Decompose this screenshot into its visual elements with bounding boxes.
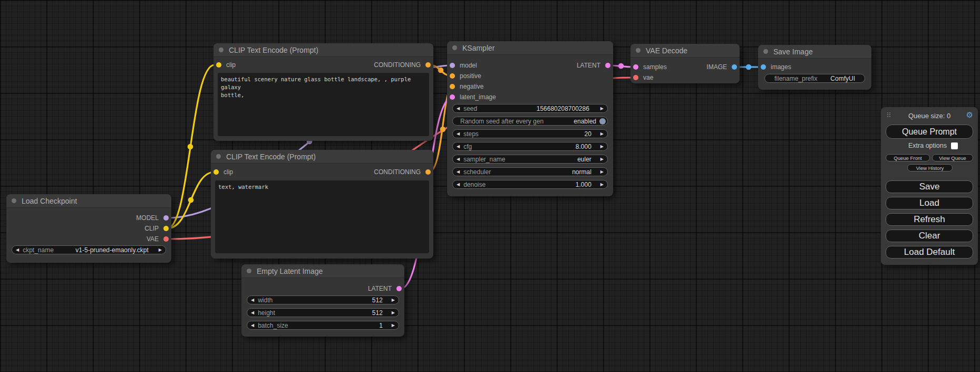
clip-slot-dot[interactable] [216,62,221,68]
batch-size-widget[interactable]: ◀ batch_size 1 ▶ [247,321,399,330]
decrement-arrow-icon[interactable]: ◀ [453,144,463,149]
extra-options-checkbox[interactable] [951,142,958,149]
conditioning-slot-dot[interactable] [425,169,431,175]
node-clip-negative-titlebar[interactable]: CLIP Text Encode (Prompt) [211,150,433,164]
latent-slot-dot[interactable] [450,94,455,100]
widget-value[interactable]: 512 [372,309,383,317]
denoise-widget[interactable]: ◀ denoise 1.000 ▶ [452,180,608,189]
clip-slot-dot[interactable] [214,169,219,175]
collapse-dot-icon[interactable] [636,48,641,53]
increment-arrow-icon[interactable]: ▶ [597,157,607,161]
output-slot-latent[interactable]: LATENT [577,62,610,69]
input-slot-negative[interactable]: negative [450,83,483,90]
load-button[interactable]: Load [886,197,973,209]
steps-widget[interactable]: ◀ steps 20 ▶ [452,129,608,138]
collapse-dot-icon[interactable] [216,154,221,159]
output-slot-model[interactable]: MODEL [136,214,169,222]
decrement-arrow-icon[interactable]: ◀ [247,310,258,315]
increment-arrow-icon[interactable]: ▶ [388,310,399,315]
seed-widget[interactable]: ◀ seed 156680208700286 ▶ [452,104,608,113]
decrement-arrow-icon[interactable]: ◀ [453,131,463,136]
decrement-arrow-icon[interactable]: ◀ [247,323,258,328]
cfg-widget[interactable]: ◀ cfg 8.000 ▶ [452,142,608,151]
latent-slot-dot[interactable] [633,64,638,70]
positive-prompt-textarea[interactable]: beautiful scenery nature glass bottle la… [218,73,429,136]
widget-value[interactable]: 156680208700286 [537,105,589,112]
node-clip-positive-titlebar[interactable]: CLIP Text Encode (Prompt) [214,43,433,57]
collapse-dot-icon[interactable] [452,45,457,50]
drag-handle-icon[interactable]: ⠿ [886,111,890,119]
height-widget[interactable]: ◀ height 512 ▶ [247,308,399,317]
random-seed-toggle[interactable] [599,118,606,125]
increment-arrow-icon[interactable]: ▶ [597,131,607,136]
widget-value[interactable]: v1-5-pruned-emaonly.ckpt [75,246,149,254]
node-save-image-titlebar[interactable]: Save Image [758,45,871,59]
collapse-dot-icon[interactable] [247,269,251,273]
node-empty-latent-titlebar[interactable]: Empty Latent Image [241,264,404,278]
increment-arrow-icon[interactable]: ▶ [155,247,166,252]
increment-arrow-icon[interactable]: ▶ [388,323,399,328]
input-slot-model[interactable]: model [450,62,477,69]
decrement-arrow-icon[interactable]: ◀ [247,298,258,302]
output-slot-clip[interactable]: CLIP [144,225,169,232]
model-slot-dot[interactable] [450,63,455,68]
sampler-name-widget[interactable]: ◀ sampler_name euler ▶ [452,155,608,164]
widget-value[interactable]: 8.000 [576,143,591,150]
widget-value[interactable]: ComfyUI [830,75,855,82]
input-slot-samples[interactable]: samples [633,63,667,71]
widget-value[interactable]: 512 [372,297,383,304]
widget-value[interactable]: 1.000 [576,181,591,188]
widget-value[interactable]: 20 [584,130,591,138]
latent-slot-dot[interactable] [605,63,610,68]
increment-arrow-icon[interactable]: ▶ [597,144,607,149]
save-button[interactable]: Save [886,180,973,193]
widget-value[interactable]: 1 [379,322,383,329]
image-slot-dot[interactable] [761,64,766,70]
input-slot-clip[interactable]: clip [214,168,233,176]
conditioning-slot-dot[interactable] [450,73,455,79]
decrement-arrow-icon[interactable]: ◀ [12,247,23,252]
decrement-arrow-icon[interactable]: ◀ [453,169,463,174]
clip-slot-dot[interactable] [163,226,169,231]
conditioning-slot-dot[interactable] [425,62,431,68]
output-slot-conditioning[interactable]: CONDITIONING [374,168,431,176]
node-vae-decode-titlebar[interactable]: VAE Decode [630,44,740,58]
scheduler-widget[interactable]: ◀ scheduler normal ▶ [452,167,608,176]
increment-arrow-icon[interactable]: ▶ [597,182,607,187]
view-queue-button[interactable]: View Queue [932,154,973,161]
random-seed-widget[interactable]: Random seed after every gen enabled [452,117,608,126]
comfyui-canvas[interactable]: { "icons": { "arrow_left": "◀", "arrow_r… [0,0,980,372]
node-load-checkpoint-titlebar[interactable]: Load Checkpoint [6,194,171,208]
input-slot-clip[interactable]: clip [216,61,236,69]
input-slot-images[interactable]: images [761,63,791,71]
latent-slot-dot[interactable] [396,286,402,291]
settings-gear-icon[interactable]: ⚙ [966,110,973,120]
conditioning-slot-dot[interactable] [450,84,455,89]
increment-arrow-icon[interactable]: ▶ [388,298,399,302]
width-widget[interactable]: ◀ width 512 ▶ [247,295,399,304]
output-slot-latent[interactable]: LATENT [368,285,402,292]
output-slot-image[interactable]: IMAGE [706,63,737,71]
queue-prompt-button[interactable]: Queue Prompt [886,125,973,139]
decrement-arrow-icon[interactable]: ◀ [453,182,463,187]
collapse-dot-icon[interactable] [219,47,224,52]
image-slot-dot[interactable] [732,64,737,70]
model-slot-dot[interactable] [163,215,169,221]
input-slot-latent-image[interactable]: latent_image [450,93,496,101]
node-ksampler-titlebar[interactable]: KSampler [447,41,613,55]
clear-button[interactable]: Clear [886,230,973,242]
input-slot-vae[interactable]: vae [633,74,653,81]
increment-arrow-icon[interactable]: ▶ [597,106,607,111]
vae-slot-dot[interactable] [633,75,638,80]
collapse-dot-icon[interactable] [763,49,768,54]
collapse-dot-icon[interactable] [12,198,16,203]
negative-prompt-textarea[interactable]: text, watermark [215,180,429,253]
output-slot-conditioning[interactable]: CONDITIONING [374,61,431,69]
widget-value[interactable]: normal [572,168,591,176]
queue-front-button[interactable]: Queue Front [886,154,930,161]
load-default-button[interactable]: Load Default [886,246,973,259]
view-history-button[interactable]: View History [907,164,953,171]
decrement-arrow-icon[interactable]: ◀ [453,157,463,161]
refresh-button[interactable]: Refresh [886,213,973,226]
filename-prefix-widget[interactable]: filename_prefix ComfyUI [764,74,865,83]
